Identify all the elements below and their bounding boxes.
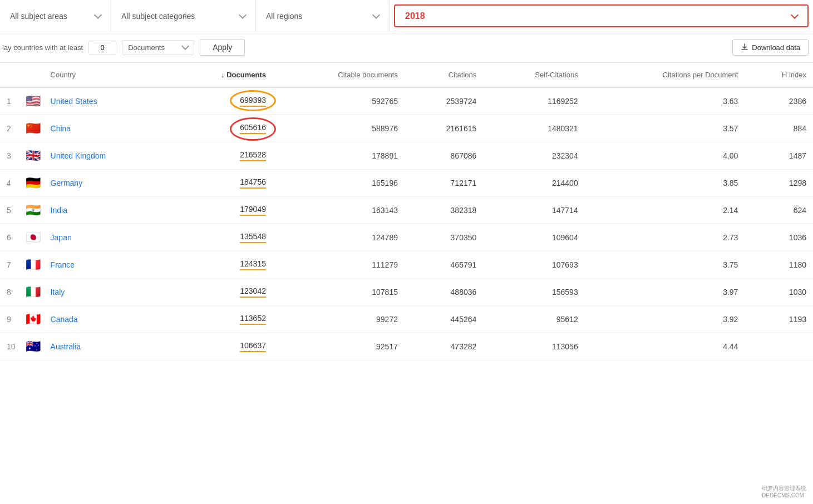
col-h-index: H index bbox=[745, 63, 813, 87]
cell-citable: 124789 bbox=[273, 224, 405, 251]
col-citable: Citable documents bbox=[273, 63, 405, 87]
cell-h-index: 1487 bbox=[745, 142, 813, 170]
col-country: Country bbox=[44, 63, 168, 87]
cell-citations-per-doc: 3.75 bbox=[585, 251, 745, 279]
cell-self-citations: 107693 bbox=[483, 251, 584, 279]
cell-citations-per-doc: 3.63 bbox=[585, 87, 745, 115]
chevron-down-icon bbox=[239, 11, 247, 18]
cell-country-name[interactable]: China bbox=[44, 115, 168, 142]
cell-country-name[interactable]: Australia bbox=[44, 333, 168, 360]
chevron-down-icon bbox=[372, 11, 380, 18]
cell-h-index: 1298 bbox=[745, 170, 813, 197]
cell-flag: 🇮🇳 bbox=[22, 197, 44, 224]
cell-country-name[interactable]: Germany bbox=[44, 170, 168, 197]
col-citations: Citations bbox=[405, 63, 483, 87]
cell-documents: 216528 bbox=[167, 142, 273, 170]
cell-self-citations: 95612 bbox=[483, 306, 584, 333]
cell-citations-per-doc: 2.14 bbox=[585, 197, 745, 224]
subject-areas-filter[interactable]: All subject areas bbox=[0, 0, 111, 32]
count-input[interactable] bbox=[88, 41, 116, 55]
cell-self-citations: 113056 bbox=[483, 333, 584, 360]
cell-rank: 4 bbox=[0, 170, 22, 197]
cell-citations: 382318 bbox=[405, 197, 483, 224]
cell-citable: 178891 bbox=[273, 142, 405, 170]
table-row: 10🇦🇺Australia106637925174732821130564.44 bbox=[0, 333, 813, 360]
table-row: 3🇬🇧United Kingdom21652817889186708623230… bbox=[0, 142, 813, 170]
chevron-down-icon bbox=[181, 42, 189, 50]
cell-citations: 488036 bbox=[405, 279, 483, 306]
cell-country-name[interactable]: United Kingdom bbox=[44, 142, 168, 170]
cell-rank: 6 bbox=[0, 224, 22, 251]
cell-h-index: 1180 bbox=[745, 251, 813, 279]
download-icon bbox=[741, 43, 748, 51]
cell-rank: 1 bbox=[0, 87, 22, 115]
cell-flag: 🇨🇳 bbox=[22, 115, 44, 142]
cell-self-citations: 156593 bbox=[483, 279, 584, 306]
col-citations-per-doc: Citations per Document bbox=[585, 63, 745, 87]
cell-citations-per-doc: 4.44 bbox=[585, 333, 745, 360]
cell-flag: 🇦🇺 bbox=[22, 333, 44, 360]
data-table: Country ↓ Documents Citable documents Ci… bbox=[0, 63, 813, 360]
subject-categories-filter[interactable]: All subject categories bbox=[111, 0, 256, 32]
cell-citations: 465791 bbox=[405, 251, 483, 279]
cell-h-index: 1030 bbox=[745, 279, 813, 306]
col-self-citations: Self-Citations bbox=[483, 63, 584, 87]
cell-documents: 179049 bbox=[167, 197, 273, 224]
cell-citations-per-doc: 3.92 bbox=[585, 306, 745, 333]
cell-self-citations: 1480321 bbox=[483, 115, 584, 142]
cell-rank: 2 bbox=[0, 115, 22, 142]
cell-citable: 107815 bbox=[273, 279, 405, 306]
cell-citations: 2539724 bbox=[405, 87, 483, 115]
cell-citations-per-doc: 3.85 bbox=[585, 170, 745, 197]
cell-flag: 🇬🇧 bbox=[22, 142, 44, 170]
cell-h-index: 1036 bbox=[745, 224, 813, 251]
cell-citable: 165196 bbox=[273, 170, 405, 197]
table-header-row: Country ↓ Documents Citable documents Ci… bbox=[0, 63, 813, 87]
cell-documents: 699393 bbox=[167, 87, 273, 115]
cell-h-index bbox=[745, 333, 813, 360]
cell-documents: 123042 bbox=[167, 279, 273, 306]
cell-rank: 5 bbox=[0, 197, 22, 224]
year-filter[interactable]: 2018 bbox=[394, 4, 809, 27]
cell-country-name[interactable]: Italy bbox=[44, 279, 168, 306]
cell-country-name[interactable]: India bbox=[44, 197, 168, 224]
filter-bar: All subject areas All subject categories… bbox=[0, 0, 813, 32]
col-documents[interactable]: ↓ Documents bbox=[167, 63, 273, 87]
cell-country-name[interactable]: Canada bbox=[44, 306, 168, 333]
cell-self-citations: 232304 bbox=[483, 142, 584, 170]
table-row: 5🇮🇳India1790491631433823181477142.14624 bbox=[0, 197, 813, 224]
regions-label: All regions bbox=[266, 12, 302, 21]
table-row: 7🇫🇷France1243151112794657911076933.75118… bbox=[0, 251, 813, 279]
cell-flag: 🇺🇸 bbox=[22, 87, 44, 115]
cell-country-name[interactable]: United States bbox=[44, 87, 168, 115]
table-row: 4🇩🇪Germany1847561651967121712144003.8512… bbox=[0, 170, 813, 197]
second-bar: lay countries with at least Documents Ap… bbox=[0, 32, 813, 63]
regions-filter[interactable]: All regions bbox=[256, 0, 390, 32]
cell-flag: 🇨🇦 bbox=[22, 306, 44, 333]
table-row: 2🇨🇳China605616588976216161514803213.5788… bbox=[0, 115, 813, 142]
cell-citations: 867086 bbox=[405, 142, 483, 170]
col-rank bbox=[0, 63, 22, 87]
cell-citations-per-doc: 3.97 bbox=[585, 279, 745, 306]
cell-h-index: 1193 bbox=[745, 306, 813, 333]
cell-rank: 9 bbox=[0, 306, 22, 333]
cell-citations: 712171 bbox=[405, 170, 483, 197]
cell-citations: 473282 bbox=[405, 333, 483, 360]
download-label: Download data bbox=[752, 43, 800, 52]
cell-country-name[interactable]: Japan bbox=[44, 224, 168, 251]
cell-rank: 7 bbox=[0, 251, 22, 279]
subject-areas-label: All subject areas bbox=[10, 12, 67, 21]
cell-self-citations: 1169252 bbox=[483, 87, 584, 115]
type-select[interactable]: Documents bbox=[122, 40, 194, 55]
apply-button[interactable]: Apply bbox=[200, 39, 245, 56]
type-select-label: Documents bbox=[128, 43, 165, 52]
cell-citations-per-doc: 2.73 bbox=[585, 224, 745, 251]
download-button[interactable]: Download data bbox=[732, 39, 809, 56]
cell-documents: 124315 bbox=[167, 251, 273, 279]
chevron-down-icon bbox=[94, 11, 102, 18]
cell-citable: 92517 bbox=[273, 333, 405, 360]
cell-citable: 99272 bbox=[273, 306, 405, 333]
cell-country-name[interactable]: France bbox=[44, 251, 168, 279]
col-flag bbox=[22, 63, 44, 87]
cell-rank: 8 bbox=[0, 279, 22, 306]
